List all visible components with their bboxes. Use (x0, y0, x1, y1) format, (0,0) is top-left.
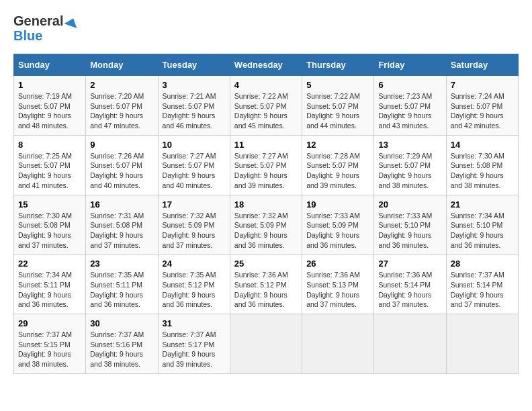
day-number: 4 (234, 80, 298, 90)
day-info: Sunrise: 7:37 AM Sunset: 5:17 PM Dayligh… (163, 330, 226, 369)
col-header-sunday: Sunday (14, 54, 86, 76)
week-row: 1 Sunrise: 7:19 AM Sunset: 5:07 PM Dayli… (14, 76, 519, 136)
daylight: Daylight: 9 hours and 45 minutes. (234, 111, 287, 130)
daylight: Daylight: 9 hours and 38 minutes. (90, 350, 143, 368)
sunrise: Sunrise: 7:37 AM (163, 330, 216, 338)
daylight: Daylight: 9 hours and 38 minutes. (451, 171, 504, 189)
calendar-cell: 27 Sunrise: 7:36 AM Sunset: 5:14 PM Dayl… (374, 255, 446, 314)
sunset: Sunset: 5:16 PM (90, 340, 142, 349)
day-number: 19 (306, 199, 369, 210)
day-info: Sunrise: 7:22 AM Sunset: 5:07 PM Dayligh… (306, 91, 369, 131)
sunrise: Sunrise: 7:36 AM (378, 271, 432, 279)
calendar-cell: 5 Sunrise: 7:22 AM Sunset: 5:07 PM Dayli… (302, 76, 374, 136)
sunset: Sunset: 5:14 PM (451, 281, 503, 289)
day-info: Sunrise: 7:33 AM Sunset: 5:09 PM Dayligh… (306, 211, 369, 250)
sunrise: Sunrise: 7:30 AM (18, 212, 72, 220)
calendar-cell: 29 Sunrise: 7:37 AM Sunset: 5:15 PM Dayl… (14, 314, 86, 374)
day-info: Sunrise: 7:27 AM Sunset: 5:07 PM Dayligh… (234, 151, 298, 191)
day-number: 24 (163, 259, 226, 269)
day-number: 3 (163, 80, 226, 90)
sunrise: Sunrise: 7:25 AM (18, 152, 72, 160)
daylight: Daylight: 9 hours and 36 minutes. (234, 291, 287, 309)
day-info: Sunrise: 7:33 AM Sunset: 5:10 PM Dayligh… (378, 211, 441, 250)
sunrise: Sunrise: 7:32 AM (163, 212, 216, 220)
day-info: Sunrise: 7:35 AM Sunset: 5:11 PM Dayligh… (90, 270, 153, 310)
daylight: Daylight: 9 hours and 46 minutes. (163, 111, 216, 130)
calendar-cell: 30 Sunrise: 7:37 AM Sunset: 5:16 PM Dayl… (86, 314, 158, 374)
daylight: Daylight: 9 hours and 37 minutes. (18, 231, 71, 249)
daylight: Daylight: 9 hours and 37 minutes. (90, 231, 143, 249)
calendar-cell: 17 Sunrise: 7:32 AM Sunset: 5:09 PM Dayl… (158, 195, 230, 255)
sunrise: Sunrise: 7:35 AM (163, 271, 216, 279)
day-info: Sunrise: 7:24 AM Sunset: 5:07 PM Dayligh… (451, 91, 514, 131)
sunset: Sunset: 5:09 PM (234, 221, 287, 229)
day-number: 7 (451, 80, 514, 90)
sunrise: Sunrise: 7:34 AM (451, 212, 504, 220)
col-header-thursday: Thursday (302, 54, 374, 76)
day-info: Sunrise: 7:34 AM Sunset: 5:11 PM Dayligh… (18, 270, 81, 310)
sunrise: Sunrise: 7:27 AM (163, 152, 216, 160)
sunrise: Sunrise: 7:24 AM (451, 92, 504, 100)
daylight: Daylight: 9 hours and 37 minutes. (163, 231, 216, 249)
day-info: Sunrise: 7:32 AM Sunset: 5:09 PM Dayligh… (163, 211, 226, 250)
day-number: 13 (378, 140, 441, 150)
sunset: Sunset: 5:12 PM (234, 281, 287, 289)
calendar-cell (374, 314, 446, 374)
daylight: Daylight: 9 hours and 40 minutes. (163, 171, 216, 189)
col-header-monday: Monday (86, 54, 158, 76)
sunrise: Sunrise: 7:21 AM (163, 92, 216, 100)
day-info: Sunrise: 7:20 AM Sunset: 5:07 PM Dayligh… (90, 91, 153, 131)
sunrise: Sunrise: 7:28 AM (306, 152, 360, 160)
sunrise: Sunrise: 7:20 AM (90, 92, 144, 100)
sunset: Sunset: 5:12 PM (163, 281, 215, 289)
calendar-cell: 26 Sunrise: 7:36 AM Sunset: 5:13 PM Dayl… (302, 255, 374, 314)
daylight: Daylight: 9 hours and 36 minutes. (234, 231, 287, 249)
day-number: 23 (90, 259, 153, 269)
sunset: Sunset: 5:09 PM (306, 221, 359, 229)
day-info: Sunrise: 7:21 AM Sunset: 5:07 PM Dayligh… (163, 91, 226, 131)
daylight: Daylight: 9 hours and 42 minutes. (451, 111, 504, 130)
sunrise: Sunrise: 7:37 AM (18, 330, 72, 338)
daylight: Daylight: 9 hours and 39 minutes. (163, 350, 216, 368)
sunrise: Sunrise: 7:36 AM (306, 271, 360, 279)
day-info: Sunrise: 7:36 AM Sunset: 5:14 PM Dayligh… (378, 270, 441, 310)
daylight: Daylight: 9 hours and 40 minutes. (90, 171, 143, 189)
sunset: Sunset: 5:07 PM (378, 102, 431, 110)
daylight: Daylight: 9 hours and 36 minutes. (90, 291, 143, 309)
sunrise: Sunrise: 7:29 AM (378, 152, 432, 160)
calendar-cell: 15 Sunrise: 7:30 AM Sunset: 5:08 PM Dayl… (14, 195, 86, 255)
sunset: Sunset: 5:08 PM (18, 221, 71, 229)
week-row: 22 Sunrise: 7:34 AM Sunset: 5:11 PM Dayl… (14, 255, 519, 314)
sunset: Sunset: 5:07 PM (306, 161, 359, 169)
calendar-cell (446, 314, 518, 374)
day-number: 15 (18, 199, 81, 210)
calendar-cell: 12 Sunrise: 7:28 AM Sunset: 5:07 PM Dayl… (302, 135, 374, 195)
sunrise: Sunrise: 7:31 AM (90, 212, 144, 220)
day-info: Sunrise: 7:28 AM Sunset: 5:07 PM Dayligh… (306, 151, 369, 191)
day-number: 17 (163, 199, 226, 210)
calendar-cell: 2 Sunrise: 7:20 AM Sunset: 5:07 PM Dayli… (86, 76, 158, 136)
sunset: Sunset: 5:14 PM (378, 281, 431, 289)
day-number: 27 (378, 259, 441, 269)
day-info: Sunrise: 7:34 AM Sunset: 5:10 PM Dayligh… (451, 211, 514, 250)
sunrise: Sunrise: 7:33 AM (306, 212, 360, 220)
daylight: Daylight: 9 hours and 43 minutes. (378, 111, 431, 130)
calendar-cell: 3 Sunrise: 7:21 AM Sunset: 5:07 PM Dayli… (158, 76, 230, 136)
daylight: Daylight: 9 hours and 44 minutes. (306, 111, 359, 130)
day-number: 16 (90, 199, 153, 210)
day-info: Sunrise: 7:19 AM Sunset: 5:07 PM Dayligh… (18, 91, 81, 131)
calendar-cell: 31 Sunrise: 7:37 AM Sunset: 5:17 PM Dayl… (158, 314, 230, 374)
calendar-cell: 28 Sunrise: 7:37 AM Sunset: 5:14 PM Dayl… (446, 255, 518, 314)
sunset: Sunset: 5:07 PM (163, 161, 215, 169)
sunset: Sunset: 5:08 PM (451, 161, 503, 169)
day-number: 31 (163, 318, 226, 328)
col-header-tuesday: Tuesday (158, 54, 230, 76)
day-number: 18 (234, 199, 298, 210)
calendar-cell (302, 314, 374, 374)
day-number: 11 (234, 140, 298, 150)
day-info: Sunrise: 7:26 AM Sunset: 5:07 PM Dayligh… (90, 151, 153, 191)
day-number: 2 (90, 80, 153, 90)
calendar-cell (230, 314, 302, 374)
calendar-cell: 24 Sunrise: 7:35 AM Sunset: 5:12 PM Dayl… (158, 255, 230, 314)
day-number: 21 (451, 199, 514, 210)
